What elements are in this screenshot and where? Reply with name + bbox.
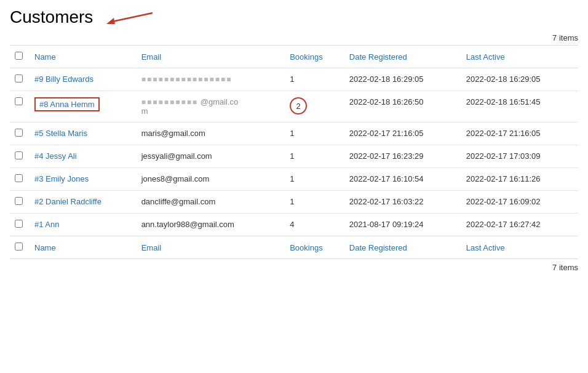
table-header-row: Name Email Bookings Date Registered Last… <box>10 46 578 68</box>
email-text: dancliffe@gmail.com <box>141 197 216 206</box>
row-email-cell: dancliffe@gmail.com <box>137 191 285 214</box>
row-name-cell[interactable]: #4 Jessy Ali <box>30 145 137 168</box>
email-text: maris@gmail.com <box>141 129 205 138</box>
row-checkbox[interactable] <box>15 97 23 105</box>
page-header: Customers <box>10 7 578 27</box>
customer-name-link[interactable]: #2 Daniel Radcliffe <box>34 197 101 206</box>
col-footer-date-registered: Date Registered <box>344 236 461 259</box>
table-footer-row: Name Email Bookings Date Registered Last… <box>10 236 578 259</box>
row-bookings-cell: 4 <box>285 214 344 236</box>
row-checkbox-cell[interactable] <box>10 91 30 122</box>
row-last-active-cell: 2022-02-17 16:09:02 <box>461 191 578 214</box>
col-footer-bookings: Bookings <box>285 236 344 259</box>
svg-marker-1 <box>106 18 115 24</box>
row-date-registered-cell: 2022-02-17 16:23:29 <box>344 145 461 168</box>
email-suffix-cont: m <box>141 106 148 116</box>
customer-name-link[interactable]: #8 Anna Hemm <box>39 100 95 109</box>
email-blurred: ■■■■■■■■■■■■■■■■ <box>141 75 232 84</box>
row-last-active-cell: 2022-02-18 16:29:05 <box>461 68 578 91</box>
row-date-registered-cell: 2022-02-17 16:10:54 <box>344 168 461 191</box>
table-row: #8 Anna Hemm■■■■■■■■■■ @gmail.com22022-0… <box>10 91 578 122</box>
table-row: #5 Stella Marismaris@gmail.com12022-02-1… <box>10 122 578 145</box>
customer-name-link[interactable]: #9 Billy Edwards <box>34 74 93 84</box>
select-all-header[interactable] <box>10 46 30 68</box>
row-date-registered-cell: 2022-02-17 21:16:05 <box>344 122 461 145</box>
col-footer-last-active: Last Active <box>461 236 578 259</box>
items-count-top: 7 items <box>10 33 578 42</box>
table-row: #9 Billy Edwards■■■■■■■■■■■■■■■■12022-02… <box>10 68 578 91</box>
row-bookings-cell: 1 <box>285 68 344 91</box>
row-checkbox[interactable] <box>15 129 23 137</box>
row-date-registered-cell: 2021-08-17 09:19:24 <box>344 214 461 236</box>
col-header-last-active: Last Active <box>461 46 578 68</box>
row-checkbox[interactable] <box>15 220 23 228</box>
select-all-checkbox-footer[interactable] <box>15 243 23 251</box>
row-checkbox[interactable] <box>15 74 23 82</box>
items-count-bottom: 7 items <box>10 263 578 272</box>
arrow-annotation <box>100 8 156 26</box>
col-header-email: Email <box>137 46 285 68</box>
row-checkbox-cell[interactable] <box>10 122 30 145</box>
row-name-cell[interactable]: #3 Emily Jones <box>30 168 137 191</box>
row-last-active-cell: 2022-02-18 16:51:45 <box>461 91 578 122</box>
row-bookings-cell: 1 <box>285 168 344 191</box>
email-text: jessyali@gmail.com <box>141 151 212 161</box>
col-footer-name: Name <box>30 236 137 259</box>
col-header-date-registered: Date Registered <box>344 46 461 68</box>
row-email-cell: ann.taylor988@gmail.com <box>137 214 285 236</box>
row-last-active-cell: 2022-02-17 21:16:05 <box>461 122 578 145</box>
row-checkbox-cell[interactable] <box>10 214 30 236</box>
row-name-cell[interactable]: #9 Billy Edwards <box>30 68 137 91</box>
row-name-cell[interactable]: #8 Anna Hemm <box>30 91 137 122</box>
row-email-cell: jones8@gmail.com <box>137 168 285 191</box>
email-text: jones8@gmail.com <box>141 174 210 183</box>
row-email-cell: jessyali@gmail.com <box>137 145 285 168</box>
row-last-active-cell: 2022-02-17 16:27:42 <box>461 214 578 236</box>
row-last-active-cell: 2022-02-17 17:03:09 <box>461 145 578 168</box>
row-date-registered-cell: 2022-02-18 16:26:50 <box>344 91 461 122</box>
customer-name-link[interactable]: #5 Stella Maris <box>34 129 87 138</box>
row-bookings-cell: 1 <box>285 191 344 214</box>
row-checkbox[interactable] <box>15 151 23 159</box>
row-checkbox-cell[interactable] <box>10 145 30 168</box>
customers-table: Name Email Bookings Date Registered Last… <box>10 45 578 259</box>
row-bookings-cell: 2 <box>285 91 344 122</box>
email-text: ann.taylor988@gmail.com <box>141 220 234 229</box>
email-blurred-prefix: ■■■■■■■■■■ <box>141 98 198 106</box>
row-name-cell[interactable]: #1 Ann <box>30 214 137 236</box>
col-header-name: Name <box>30 46 137 68</box>
table-row: #2 Daniel Radcliffedancliffe@gmail.com12… <box>10 191 578 214</box>
customer-name-link[interactable]: #4 Jessy Ali <box>34 151 77 161</box>
row-email-cell: ■■■■■■■■■■ @gmail.com <box>137 91 285 122</box>
row-checkbox[interactable] <box>15 197 23 205</box>
row-checkbox[interactable] <box>15 174 23 182</box>
row-date-registered-cell: 2022-02-18 16:29:05 <box>344 68 461 91</box>
row-checkbox-cell[interactable] <box>10 68 30 91</box>
bookings-circle: 2 <box>290 97 307 114</box>
table-row: #1 Annann.taylor988@gmail.com42021-08-17… <box>10 214 578 236</box>
table-row: #4 Jessy Alijessyali@gmail.com12022-02-1… <box>10 145 578 168</box>
row-last-active-cell: 2022-02-17 16:11:26 <box>461 168 578 191</box>
table-body: #9 Billy Edwards■■■■■■■■■■■■■■■■12022-02… <box>10 68 578 236</box>
row-checkbox-cell[interactable] <box>10 168 30 191</box>
row-checkbox-cell[interactable] <box>10 191 30 214</box>
row-date-registered-cell: 2022-02-17 16:03:22 <box>344 191 461 214</box>
row-name-cell[interactable]: #2 Daniel Radcliffe <box>30 191 137 214</box>
customer-name-link[interactable]: #3 Emily Jones <box>34 174 89 183</box>
row-email-cell: maris@gmail.com <box>137 122 285 145</box>
page-title: Customers <box>10 7 93 27</box>
row-bookings-cell: 1 <box>285 122 344 145</box>
col-footer-email: Email <box>137 236 285 259</box>
row-email-cell: ■■■■■■■■■■■■■■■■ <box>137 68 285 91</box>
row-name-cell[interactable]: #5 Stella Maris <box>30 122 137 145</box>
col-header-bookings: Bookings <box>285 46 344 68</box>
svg-line-0 <box>113 13 153 22</box>
email-suffix: @gmail.co <box>198 97 238 106</box>
select-all-footer[interactable] <box>10 236 30 259</box>
row-bookings-cell: 1 <box>285 145 344 168</box>
customer-name-link[interactable]: #1 Ann <box>34 220 60 229</box>
table-row: #3 Emily Jonesjones8@gmail.com12022-02-1… <box>10 168 578 191</box>
select-all-checkbox[interactable] <box>15 52 23 60</box>
